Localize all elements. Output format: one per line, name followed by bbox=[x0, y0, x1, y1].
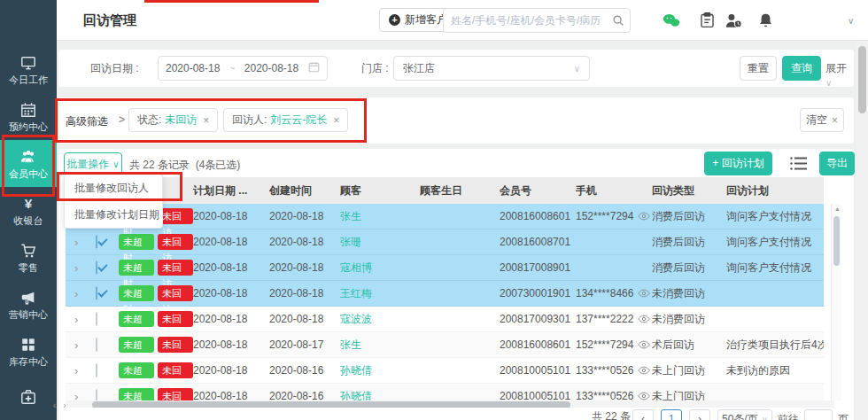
sidebar-item-members[interactable]: 会员中心 bbox=[0, 140, 57, 187]
current-page-button[interactable]: 1 bbox=[661, 409, 682, 420]
cell-customer-link[interactable]: 王红梅 bbox=[340, 286, 420, 301]
cell-create-date: 2020-08-18 bbox=[269, 236, 340, 248]
cell-customer-link[interactable]: 张珊 bbox=[340, 235, 420, 250]
cell-member-no: 200817008901 bbox=[500, 261, 576, 274]
query-button[interactable]: 查询 bbox=[782, 56, 821, 81]
cell-plan-date: 2020-08-18 bbox=[193, 364, 269, 377]
sidebar-item-marketing[interactable]: 营销中心 bbox=[0, 281, 57, 328]
page-vertical-scrollbar[interactable] bbox=[856, 41, 868, 420]
list-view-icon[interactable] bbox=[790, 156, 808, 172]
expand-row-icon[interactable]: › bbox=[66, 313, 89, 326]
table-row[interactable]: ›未超时未回访2020-08-182020-08-16孙晓倩2008100051… bbox=[66, 358, 824, 384]
cell-create-date: 2020-08-18 bbox=[269, 313, 340, 325]
eye-icon[interactable] bbox=[638, 315, 650, 323]
worklist-icon[interactable] bbox=[698, 12, 716, 29]
date-to: 2020-08-18 bbox=[244, 62, 298, 74]
visit-plan-button[interactable]: + 回访计划 bbox=[704, 152, 772, 175]
status-badge-not-overdue: 未超时 bbox=[119, 362, 154, 378]
cell-customer-link[interactable]: 寇波波 bbox=[340, 312, 420, 327]
page-suffix-label: 页 bbox=[838, 412, 849, 420]
cell-visit-type: 消费后回访 bbox=[652, 209, 726, 224]
expand-row-icon[interactable]: › bbox=[66, 261, 89, 275]
eye-icon[interactable] bbox=[638, 212, 650, 221]
sidebar-item-retail[interactable]: 零售 bbox=[0, 234, 57, 281]
tag-value: 未回访 bbox=[165, 113, 197, 128]
row-checkbox[interactable] bbox=[96, 286, 97, 300]
table-row[interactable]: ›未超时未回访2020-08-182020-08-18张生20081600860… bbox=[66, 204, 824, 229]
expand-row-icon[interactable]: › bbox=[66, 338, 89, 352]
status-badge-not-visited: 未回访 bbox=[158, 285, 193, 301]
eye-icon[interactable] bbox=[638, 289, 650, 298]
cell-visit-type: 消费后回访 bbox=[652, 261, 726, 276]
table-row[interactable]: ›未超时未回访2020-08-182020-08-18寇相博2008170089… bbox=[66, 255, 824, 281]
advanced-filter-label[interactable]: 高级筛选 bbox=[66, 114, 108, 129]
close-icon[interactable]: × bbox=[203, 114, 209, 127]
close-icon[interactable]: × bbox=[333, 114, 339, 127]
status-badge-not-visited: 未回访 bbox=[158, 260, 193, 276]
sidebar-item-today-work[interactable]: 今日工作 bbox=[0, 46, 57, 93]
eye-icon[interactable] bbox=[638, 366, 650, 375]
sidebar-item-inventory[interactable]: 库存中心 bbox=[0, 328, 57, 375]
table-header-row: 计划日期 ...创建时间顾客顾客生日会员号手机回访类型回访计划 bbox=[66, 177, 824, 204]
dropdown-item-1[interactable]: 批量修改计划日期 bbox=[65, 201, 162, 228]
row-checkbox[interactable] bbox=[96, 261, 97, 275]
row-checkbox[interactable] bbox=[96, 235, 97, 249]
table-row[interactable]: ›未超时未回访2020-08-182020-08-18王红梅2007300019… bbox=[66, 281, 824, 307]
sidebar-item-medical[interactable] bbox=[0, 375, 57, 420]
next-page-button[interactable]: › bbox=[689, 409, 710, 420]
cell-customer-link[interactable]: 寇相博 bbox=[340, 261, 420, 276]
scroll-up-icon[interactable]: ▲ bbox=[834, 206, 841, 212]
table-row[interactable]: ›未超时未回访2020-08-182020-08-17张生20081600860… bbox=[66, 332, 824, 358]
topbar-collapse-chevron-icon[interactable]: ∨ bbox=[848, 16, 854, 26]
expand-row-icon[interactable]: › bbox=[66, 287, 89, 300]
row-checkbox[interactable] bbox=[96, 312, 97, 326]
scrollbar-thumb[interactable] bbox=[833, 216, 840, 266]
cell-visit-type: 术后回访 bbox=[652, 338, 726, 353]
sidebar-item-cashier[interactable]: ¥收银台 bbox=[0, 187, 57, 234]
cell-customer-link[interactable]: 张生 bbox=[340, 338, 420, 353]
expand-row-icon[interactable]: › bbox=[66, 236, 89, 249]
app-root: 今日工作预约中心会员中心¥收银台零售营销中心库存中心 回访管理 + 新增客户 ∨ bbox=[0, 0, 868, 420]
export-button[interactable]: 导出 bbox=[819, 152, 855, 175]
batch-actions-button[interactable]: 批量操作 ∨ bbox=[64, 152, 122, 175]
dropdown-item-0[interactable]: 批量修改回访人 bbox=[65, 175, 162, 201]
cell-customer-link[interactable]: 张生 bbox=[340, 209, 420, 224]
customers-icon[interactable] bbox=[725, 12, 742, 29]
cell-visit-plan: 未到访的原因 bbox=[726, 363, 824, 378]
cell-visit-plan: 询问客户支付情况 bbox=[726, 235, 824, 250]
date-range-picker[interactable]: 2020-08-18 ~ 2020-08-18 bbox=[158, 56, 328, 81]
cell-plan-date: 2020-08-18 bbox=[193, 287, 269, 299]
search-input[interactable] bbox=[444, 14, 607, 27]
goto-page-input[interactable] bbox=[804, 409, 833, 420]
status-badge-not-visited: 未回访 bbox=[158, 234, 193, 250]
filter-tag-visitor: 回访人:刘云云-院长× bbox=[223, 108, 348, 132]
row-checkbox[interactable] bbox=[96, 363, 97, 377]
eye-icon[interactable] bbox=[638, 340, 650, 349]
bell-icon[interactable] bbox=[756, 12, 774, 29]
expand-toggle[interactable]: 展开 ∨ bbox=[825, 61, 854, 89]
scrollbar-thumb[interactable] bbox=[858, 46, 866, 113]
page-size-select[interactable]: 50条/页∨ bbox=[717, 409, 772, 420]
table-row[interactable]: ›未超时未回访2020-08-182020-08-18张珊20081600870… bbox=[66, 229, 824, 255]
cell-customer-link[interactable]: 孙晓倩 bbox=[340, 363, 420, 378]
column-header: 回访计划 bbox=[726, 183, 824, 198]
store-select[interactable]: 张江店 ∨ bbox=[393, 56, 590, 81]
cell-member-no: 200816008601 bbox=[500, 338, 576, 351]
table-row[interactable]: ›未超时未回访2020-08-182020-08-18寇波波2008170093… bbox=[66, 307, 824, 332]
expand-row-icon[interactable]: › bbox=[66, 364, 89, 377]
sidebar-items: 今日工作预约中心会员中心¥收银台零售营销中心库存中心 bbox=[0, 0, 57, 420]
clear-filters-button[interactable]: 清空 × bbox=[800, 108, 844, 132]
prev-page-button[interactable]: ‹ bbox=[632, 409, 654, 420]
sidebar-item-booking[interactable]: 预约中心 bbox=[0, 93, 57, 140]
search-icon[interactable] bbox=[607, 14, 630, 27]
table-vertical-scrollbar[interactable]: ▲ bbox=[831, 204, 841, 401]
cell-create-date: 2020-08-16 bbox=[269, 364, 340, 377]
members-icon bbox=[20, 148, 36, 166]
column-header: 手机 bbox=[576, 183, 652, 198]
wechat-icon[interactable] bbox=[663, 12, 680, 29]
eye-icon[interactable] bbox=[638, 392, 650, 401]
row-checkbox[interactable] bbox=[96, 338, 97, 352]
tag-prefix: 回访人: bbox=[232, 113, 267, 128]
reset-button[interactable]: 重置 bbox=[740, 56, 777, 81]
cell-visit-type: 未消费回访 bbox=[652, 286, 726, 301]
